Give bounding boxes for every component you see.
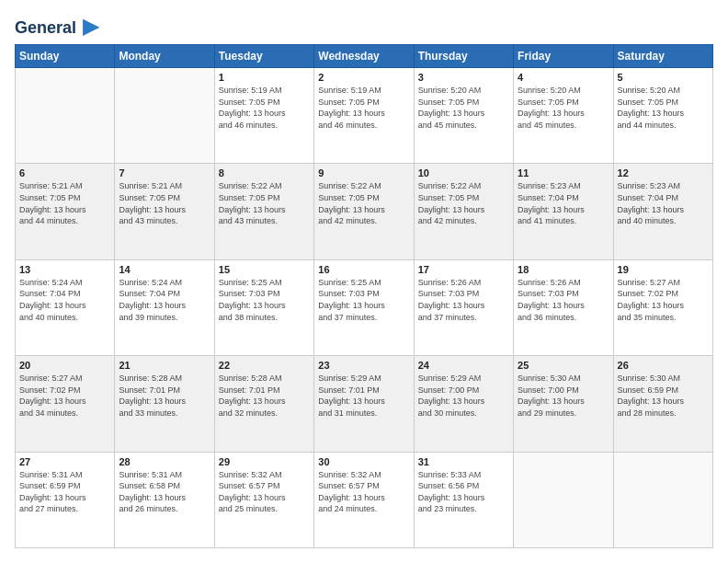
calendar-cell: 30Sunrise: 5:32 AM Sunset: 6:57 PM Dayli… bbox=[314, 452, 414, 547]
day-info: Sunrise: 5:22 AM Sunset: 7:05 PM Dayligh… bbox=[418, 180, 509, 226]
day-info: Sunrise: 5:20 AM Sunset: 7:05 PM Dayligh… bbox=[618, 85, 709, 131]
day-number: 16 bbox=[318, 264, 409, 275]
calendar-row-2: 6Sunrise: 5:21 AM Sunset: 7:05 PM Daylig… bbox=[16, 164, 713, 259]
day-info: Sunrise: 5:19 AM Sunset: 7:05 PM Dayligh… bbox=[318, 85, 409, 131]
day-info: Sunrise: 5:23 AM Sunset: 7:04 PM Dayligh… bbox=[618, 180, 709, 226]
day-info: Sunrise: 5:22 AM Sunset: 7:05 PM Dayligh… bbox=[219, 180, 310, 226]
day-info: Sunrise: 5:26 AM Sunset: 7:03 PM Dayligh… bbox=[418, 277, 509, 323]
calendar-cell: 4Sunrise: 5:20 AM Sunset: 7:05 PM Daylig… bbox=[514, 68, 613, 164]
calendar-cell: 15Sunrise: 5:25 AM Sunset: 7:03 PM Dayli… bbox=[214, 259, 313, 355]
calendar-cell bbox=[613, 452, 712, 547]
calendar-row-1: 1Sunrise: 5:19 AM Sunset: 7:05 PM Daylig… bbox=[16, 68, 713, 164]
day-number: 22 bbox=[219, 360, 310, 371]
calendar-cell bbox=[16, 68, 115, 164]
day-number: 21 bbox=[119, 360, 210, 371]
weekday-header-sunday: Sunday bbox=[16, 45, 115, 68]
day-number: 30 bbox=[318, 456, 409, 467]
calendar-cell: 28Sunrise: 5:31 AM Sunset: 6:58 PM Dayli… bbox=[115, 452, 214, 547]
day-number: 8 bbox=[219, 167, 310, 178]
day-info: Sunrise: 5:28 AM Sunset: 7:01 PM Dayligh… bbox=[119, 373, 210, 419]
weekday-header-thursday: Thursday bbox=[414, 45, 513, 68]
weekday-header-monday: Monday bbox=[115, 45, 214, 68]
calendar-cell: 5Sunrise: 5:20 AM Sunset: 7:05 PM Daylig… bbox=[613, 68, 712, 164]
day-info: Sunrise: 5:32 AM Sunset: 6:57 PM Dayligh… bbox=[219, 469, 310, 515]
calendar-cell: 27Sunrise: 5:31 AM Sunset: 6:59 PM Dayli… bbox=[16, 452, 115, 547]
day-info: Sunrise: 5:26 AM Sunset: 7:03 PM Dayligh… bbox=[518, 277, 609, 323]
day-number: 3 bbox=[418, 72, 509, 83]
calendar-cell: 3Sunrise: 5:20 AM Sunset: 7:05 PM Daylig… bbox=[414, 68, 513, 164]
day-number: 24 bbox=[418, 360, 509, 371]
day-info: Sunrise: 5:27 AM Sunset: 7:02 PM Dayligh… bbox=[19, 373, 110, 419]
calendar-cell: 19Sunrise: 5:27 AM Sunset: 7:02 PM Dayli… bbox=[613, 259, 712, 355]
day-info: Sunrise: 5:30 AM Sunset: 7:00 PM Dayligh… bbox=[518, 373, 609, 419]
calendar-cell: 26Sunrise: 5:30 AM Sunset: 6:59 PM Dayli… bbox=[613, 356, 712, 452]
calendar-cell: 11Sunrise: 5:23 AM Sunset: 7:04 PM Dayli… bbox=[514, 164, 613, 259]
day-number: 14 bbox=[119, 264, 210, 275]
calendar-cell: 31Sunrise: 5:33 AM Sunset: 6:56 PM Dayli… bbox=[414, 452, 513, 547]
calendar-cell: 21Sunrise: 5:28 AM Sunset: 7:01 PM Dayli… bbox=[115, 356, 214, 452]
calendar-cell: 9Sunrise: 5:22 AM Sunset: 7:05 PM Daylig… bbox=[314, 164, 414, 259]
day-number: 18 bbox=[518, 264, 609, 275]
day-number: 15 bbox=[219, 264, 310, 275]
day-info: Sunrise: 5:25 AM Sunset: 7:03 PM Dayligh… bbox=[318, 277, 409, 323]
weekday-header-wednesday: Wednesday bbox=[314, 45, 414, 68]
day-info: Sunrise: 5:29 AM Sunset: 7:01 PM Dayligh… bbox=[318, 373, 409, 419]
day-info: Sunrise: 5:25 AM Sunset: 7:03 PM Dayligh… bbox=[219, 277, 310, 323]
day-info: Sunrise: 5:32 AM Sunset: 6:57 PM Dayligh… bbox=[318, 469, 409, 515]
day-number: 2 bbox=[318, 72, 409, 83]
calendar-cell bbox=[115, 68, 214, 164]
day-info: Sunrise: 5:20 AM Sunset: 7:05 PM Dayligh… bbox=[418, 85, 509, 131]
page: General ▶ SundayMondayTuesdayWednesdayTh… bbox=[0, 0, 728, 563]
calendar-cell: 25Sunrise: 5:30 AM Sunset: 7:00 PM Dayli… bbox=[514, 356, 613, 452]
calendar-cell: 7Sunrise: 5:21 AM Sunset: 7:05 PM Daylig… bbox=[115, 164, 214, 259]
day-info: Sunrise: 5:22 AM Sunset: 7:05 PM Dayligh… bbox=[318, 180, 409, 226]
day-number: 27 bbox=[19, 456, 110, 467]
day-info: Sunrise: 5:23 AM Sunset: 7:04 PM Dayligh… bbox=[518, 180, 609, 226]
calendar-cell bbox=[514, 452, 613, 547]
calendar-row-4: 20Sunrise: 5:27 AM Sunset: 7:02 PM Dayli… bbox=[16, 356, 713, 452]
calendar-table: SundayMondayTuesdayWednesdayThursdayFrid… bbox=[15, 44, 713, 548]
calendar-cell: 16Sunrise: 5:25 AM Sunset: 7:03 PM Dayli… bbox=[314, 259, 414, 355]
calendar-cell: 18Sunrise: 5:26 AM Sunset: 7:03 PM Dayli… bbox=[514, 259, 613, 355]
calendar-cell: 13Sunrise: 5:24 AM Sunset: 7:04 PM Dayli… bbox=[16, 259, 115, 355]
calendar-cell: 20Sunrise: 5:27 AM Sunset: 7:02 PM Dayli… bbox=[16, 356, 115, 452]
day-number: 17 bbox=[418, 264, 509, 275]
weekday-header-friday: Friday bbox=[514, 45, 613, 68]
weekday-header-saturday: Saturday bbox=[613, 45, 712, 68]
calendar-cell: 29Sunrise: 5:32 AM Sunset: 6:57 PM Dayli… bbox=[214, 452, 313, 547]
day-info: Sunrise: 5:29 AM Sunset: 7:00 PM Dayligh… bbox=[418, 373, 509, 419]
weekday-header-row: SundayMondayTuesdayWednesdayThursdayFrid… bbox=[16, 45, 713, 68]
calendar-cell: 23Sunrise: 5:29 AM Sunset: 7:01 PM Dayli… bbox=[314, 356, 414, 452]
day-number: 6 bbox=[19, 167, 110, 178]
day-info: Sunrise: 5:19 AM Sunset: 7:05 PM Dayligh… bbox=[219, 85, 310, 131]
day-info: Sunrise: 5:33 AM Sunset: 6:56 PM Dayligh… bbox=[418, 469, 509, 515]
day-info: Sunrise: 5:31 AM Sunset: 6:58 PM Dayligh… bbox=[119, 469, 210, 515]
day-number: 9 bbox=[318, 167, 409, 178]
calendar-cell: 1Sunrise: 5:19 AM Sunset: 7:05 PM Daylig… bbox=[214, 68, 313, 164]
day-number: 1 bbox=[219, 72, 310, 83]
weekday-header-tuesday: Tuesday bbox=[214, 45, 313, 68]
day-info: Sunrise: 5:21 AM Sunset: 7:05 PM Dayligh… bbox=[19, 180, 110, 226]
day-number: 5 bbox=[618, 72, 709, 83]
logo: General ▶ bbox=[15, 15, 98, 35]
calendar-cell: 10Sunrise: 5:22 AM Sunset: 7:05 PM Dayli… bbox=[414, 164, 513, 259]
calendar-cell: 22Sunrise: 5:28 AM Sunset: 7:01 PM Dayli… bbox=[214, 356, 313, 452]
day-info: Sunrise: 5:28 AM Sunset: 7:01 PM Dayligh… bbox=[219, 373, 310, 419]
calendar-cell: 12Sunrise: 5:23 AM Sunset: 7:04 PM Dayli… bbox=[613, 164, 712, 259]
day-number: 13 bbox=[19, 264, 110, 275]
day-info: Sunrise: 5:30 AM Sunset: 6:59 PM Dayligh… bbox=[618, 373, 709, 419]
logo-general: General ▶ bbox=[15, 15, 98, 39]
day-number: 31 bbox=[418, 456, 509, 467]
calendar-cell: 6Sunrise: 5:21 AM Sunset: 7:05 PM Daylig… bbox=[16, 164, 115, 259]
day-number: 29 bbox=[219, 456, 310, 467]
day-info: Sunrise: 5:20 AM Sunset: 7:05 PM Dayligh… bbox=[518, 85, 609, 131]
day-number: 7 bbox=[119, 167, 210, 178]
day-info: Sunrise: 5:27 AM Sunset: 7:02 PM Dayligh… bbox=[618, 277, 709, 323]
day-number: 11 bbox=[518, 167, 609, 178]
calendar-cell: 2Sunrise: 5:19 AM Sunset: 7:05 PM Daylig… bbox=[314, 68, 414, 164]
day-number: 4 bbox=[518, 72, 609, 83]
calendar-row-3: 13Sunrise: 5:24 AM Sunset: 7:04 PM Dayli… bbox=[16, 259, 713, 355]
day-info: Sunrise: 5:24 AM Sunset: 7:04 PM Dayligh… bbox=[19, 277, 110, 323]
logo-arrow-icon: ▶ bbox=[83, 15, 98, 38]
day-number: 26 bbox=[618, 360, 709, 371]
